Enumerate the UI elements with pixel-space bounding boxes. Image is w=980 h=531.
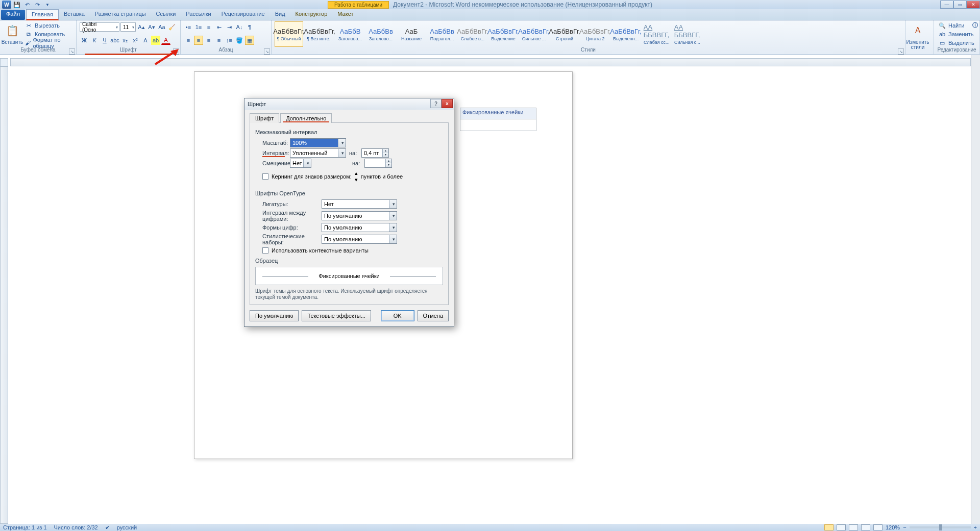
kerning-size-spin[interactable]: ▴▾: [355, 170, 358, 183]
underline-button[interactable]: Ч: [100, 36, 109, 45]
zoom-out-button[interactable]: −: [903, 524, 906, 530]
position-combo[interactable]: Нет▾: [290, 159, 311, 168]
redo-icon[interactable]: ↷: [33, 1, 42, 9]
view-print-layout[interactable]: [824, 524, 834, 530]
dialog-close-button[interactable]: ×: [442, 99, 453, 108]
style-item[interactable]: АаБбВвГг,Слабое в...: [458, 21, 487, 47]
style-item[interactable]: АаБбВвГг,Цитата 2: [581, 21, 609, 47]
font-color-button[interactable]: A: [161, 36, 170, 45]
style-item[interactable]: АаБбВвГг,¶ Обычный: [275, 21, 303, 47]
position-amount-spin[interactable]: ▴▾: [364, 159, 392, 168]
interval-combo[interactable]: Уплотненный▾: [290, 148, 346, 158]
tab-references[interactable]: Ссылки: [151, 9, 181, 20]
tab-home[interactable]: Главная: [26, 9, 59, 20]
kerning-checkbox[interactable]: [262, 173, 268, 180]
style-item[interactable]: АА ББВВГГ,Слабая сс...: [642, 21, 671, 47]
save-icon[interactable]: 💾: [12, 1, 21, 9]
view-draft[interactable]: [873, 524, 883, 530]
view-web[interactable]: [849, 524, 858, 530]
paragraph-launcher[interactable]: ↘: [264, 48, 270, 55]
dialog-tab-font[interactable]: Шрифт: [250, 113, 279, 123]
multilevel-button[interactable]: ≡: [204, 22, 213, 32]
strike-button[interactable]: abc: [110, 36, 119, 45]
zoom-thumb[interactable]: [939, 524, 942, 530]
qat-more-icon[interactable]: ▼: [43, 1, 52, 9]
close-button[interactable]: ✕: [967, 1, 980, 9]
ok-button[interactable]: OK: [381, 310, 414, 321]
text-effects-button[interactable]: A: [141, 36, 150, 45]
indent-dec-button[interactable]: ⇤: [214, 22, 224, 32]
superscript-button[interactable]: x²: [131, 36, 140, 45]
minimize-button[interactable]: —: [940, 1, 953, 9]
italic-button[interactable]: К: [90, 36, 99, 45]
status-zoom[interactable]: 120%: [886, 524, 900, 530]
show-marks-button[interactable]: ¶: [245, 22, 254, 32]
highlight-button[interactable]: ab: [151, 36, 160, 45]
replace-button[interactable]: abЗаменить: [937, 30, 976, 38]
ribbon-help-button[interactable]: ⓘ: [972, 21, 978, 29]
table-cell[interactable]: Фиксированные ячейки: [460, 108, 536, 131]
status-words[interactable]: Число слов: 2/32: [54, 524, 98, 530]
style-item[interactable]: АаБНазвание: [397, 21, 426, 47]
cancel-button[interactable]: Отмена: [418, 310, 449, 321]
tab-view[interactable]: Вид: [270, 9, 290, 20]
sort-button[interactable]: A↓: [235, 22, 244, 32]
tab-table-design[interactable]: Конструктор: [290, 9, 333, 20]
bullets-button[interactable]: •≡: [184, 22, 193, 32]
dialog-title-bar[interactable]: Шрифт ? ×: [244, 98, 454, 110]
status-page[interactable]: Страница: 1 из 1: [3, 524, 47, 530]
find-button[interactable]: 🔍Найти: [937, 21, 976, 30]
clipboard-launcher[interactable]: ↘: [69, 48, 75, 55]
font-size-combo[interactable]: 11: [120, 22, 136, 32]
styles-gallery[interactable]: АаБбВвГг,¶ ОбычныйАаБбВвГг,¶ Без инте...…: [275, 21, 902, 47]
contextual-checkbox[interactable]: [262, 247, 268, 254]
font-launcher[interactable]: ↘: [173, 48, 179, 55]
style-item[interactable]: АаБбВвЗаголово...: [366, 21, 395, 47]
tab-page-layout[interactable]: Разметка страницы: [90, 9, 151, 20]
style-item[interactable]: АА ББВВГГ,Сильная с...: [673, 21, 701, 47]
view-outline[interactable]: [861, 524, 870, 530]
scale-combo[interactable]: 100%▾: [290, 138, 346, 147]
select-button[interactable]: ▭Выделить: [937, 39, 976, 47]
styles-launcher[interactable]: ↘: [898, 48, 904, 55]
view-full-screen[interactable]: [837, 524, 846, 530]
default-button[interactable]: По умолчанию: [250, 310, 299, 321]
bold-button[interactable]: Ж: [80, 36, 89, 45]
indent-inc-button[interactable]: ⇥: [225, 22, 234, 32]
style-item[interactable]: АаБбВвГг,Выделенн...: [611, 21, 640, 47]
styset-combo[interactable]: По умолчанию▾: [322, 235, 397, 244]
grow-font-button[interactable]: A▴: [137, 22, 146, 32]
vertical-ruler[interactable]: [0, 66, 8, 524]
line-spacing-button[interactable]: ↕≡: [225, 36, 234, 45]
numforms-combo[interactable]: По умолчанию▾: [322, 223, 397, 232]
tab-table-layout[interactable]: Макет: [332, 9, 358, 20]
status-proof-icon[interactable]: ✔: [105, 524, 110, 531]
subscript-button[interactable]: x₂: [120, 36, 130, 45]
undo-icon[interactable]: ↶: [22, 1, 32, 9]
ligatures-combo[interactable]: Нет▾: [322, 199, 397, 209]
paste-button[interactable]: 📋 Вставить: [3, 21, 21, 45]
style-item[interactable]: АаБбВЗаголово...: [336, 21, 364, 47]
tab-mailings[interactable]: Рассылки: [181, 9, 216, 20]
interval-amount-spin[interactable]: 0,4 пт▴▾: [361, 148, 389, 158]
tab-review[interactable]: Рецензирование: [216, 9, 270, 20]
vertical-scrollbar[interactable]: [971, 55, 980, 524]
zoom-slider[interactable]: [910, 526, 971, 528]
maximize-button[interactable]: ▭: [953, 1, 967, 9]
numspacing-combo[interactable]: По умолчанию▾: [322, 211, 397, 220]
style-item[interactable]: АаБбВвГг,Строгий: [550, 21, 579, 47]
style-item[interactable]: АаБбВвГг,¶ Без инте...: [305, 21, 334, 47]
format-painter-button[interactable]: 🖌Формат по образцу: [23, 39, 73, 47]
numbering-button[interactable]: 1≡: [194, 22, 203, 32]
cut-button[interactable]: ✂Вырезать: [23, 21, 73, 30]
tab-file[interactable]: Файл: [1, 10, 25, 20]
zoom-in-button[interactable]: +: [974, 524, 977, 530]
style-item[interactable]: АаБбВвГг,Сильное ...: [520, 21, 548, 47]
change-styles-button[interactable]: A Изменить стили: [909, 21, 927, 50]
dialog-help-button[interactable]: ?: [430, 99, 442, 108]
style-item[interactable]: АаБбВвГг,Выделение: [489, 21, 518, 47]
align-left-button[interactable]: ≡: [184, 36, 193, 45]
justify-button[interactable]: ≡: [214, 36, 224, 45]
tab-insert[interactable]: Вставка: [59, 9, 90, 20]
shading-button[interactable]: 🪣: [235, 36, 244, 45]
